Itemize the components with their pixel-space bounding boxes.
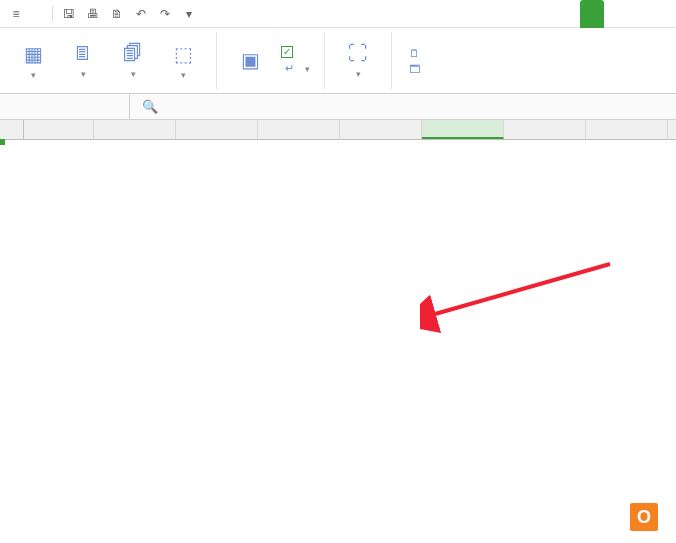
print-area-button[interactable]: ⬚ — [158, 40, 208, 82]
col-header-G[interactable] — [504, 120, 586, 139]
col-header-H[interactable] — [586, 120, 668, 139]
page-break-preview-button[interactable]: ▣ — [225, 46, 275, 76]
insert-break-icon: ↵ — [281, 62, 297, 75]
col-header-D[interactable] — [258, 120, 340, 139]
preview-icon[interactable]: 🗎 — [105, 2, 129, 26]
menu-icon[interactable]: ≡ — [4, 2, 28, 26]
ribbon: ▦ 🗏 🗐 ⬚ ▣ ✓ ↵ ▾ — [0, 28, 676, 94]
ribbon-group-page-setup: ▦ 🗏 🗐 ⬚ — [0, 32, 217, 89]
print-scaling-button[interactable]: ⛶ — [333, 40, 383, 81]
tab-home[interactable] — [532, 0, 556, 28]
print-scaling-icon: ⛶ — [348, 42, 368, 65]
print-icon[interactable]: 🖶 — [81, 2, 105, 26]
col-header-C[interactable] — [176, 120, 258, 139]
header-footer-icon: 🗔 — [406, 63, 422, 75]
save-icon[interactable]: 🖫 — [57, 2, 81, 26]
col-header-B[interactable] — [94, 120, 176, 139]
insert-page-break-button[interactable]: ↵ ▾ — [281, 62, 310, 75]
show-page-breaks-checkbox[interactable]: ✓ — [281, 46, 310, 58]
menubar: ≡ 🖫 🖶 🗎 ↶ ↷ ▾ — [0, 0, 676, 28]
ribbon-tabs — [532, 0, 676, 28]
tab-data[interactable] — [628, 0, 652, 28]
orientation-label — [81, 67, 86, 79]
tab-page-layout[interactable] — [580, 0, 604, 28]
size-icon: 🗐 — [123, 42, 143, 65]
spreadsheet-grid — [0, 120, 676, 140]
col-header-A[interactable] — [24, 120, 94, 139]
page-break-preview-icon: ▣ — [241, 48, 260, 72]
ribbon-group-print-options: 🗒 🗔 — [392, 32, 440, 89]
margins-label — [31, 68, 36, 80]
tab-insert[interactable] — [556, 0, 580, 28]
ribbon-sub-print-opts: 🗒 🗔 — [400, 47, 432, 75]
divider — [52, 6, 53, 22]
size-label — [131, 67, 136, 79]
orientation-icon: 🗏 — [73, 42, 93, 65]
file-menu[interactable] — [28, 0, 48, 28]
margins-icon: ▦ — [24, 42, 43, 66]
watermark-logo: O — [630, 503, 658, 531]
ribbon-sub-breaks: ✓ ↵ ▾ — [275, 46, 316, 75]
margins-button[interactable]: ▦ — [8, 40, 58, 82]
tab-formulas[interactable] — [604, 0, 628, 28]
formula-bar: 🔍 — [0, 94, 676, 120]
selection-indicator — [0, 140, 4, 144]
col-header-E[interactable] — [340, 120, 422, 139]
orientation-button[interactable]: 🗏 — [58, 40, 108, 81]
column-headers — [0, 120, 676, 140]
fx-area: 🔍 — [130, 99, 182, 114]
name-box[interactable] — [0, 94, 130, 119]
header-footer-button[interactable]: 🗔 — [406, 63, 426, 75]
undo-icon[interactable]: ↶ — [129, 2, 153, 26]
print-area-label — [181, 68, 186, 80]
print-scaling-label — [356, 67, 361, 79]
annotation-arrow — [420, 258, 620, 338]
select-all-corner[interactable] — [0, 120, 24, 139]
print-area-icon: ⬚ — [174, 42, 193, 66]
print-titles-icon: 🗒 — [406, 47, 422, 59]
search-icon[interactable]: 🔍 — [142, 99, 158, 114]
print-titles-button[interactable]: 🗒 — [406, 47, 426, 59]
watermark: O — [630, 503, 664, 531]
dropdown-icon[interactable]: ▾ — [177, 2, 201, 26]
ribbon-group-scale: ⛶ — [325, 32, 392, 89]
redo-icon[interactable]: ↷ — [153, 2, 177, 26]
svg-line-1 — [428, 264, 610, 316]
col-header-F[interactable] — [422, 120, 504, 139]
ribbon-group-page-break: ▣ ✓ ↵ ▾ — [217, 32, 325, 89]
tab-review[interactable] — [652, 0, 676, 28]
check-icon: ✓ — [281, 46, 293, 58]
size-button[interactable]: 🗐 — [108, 40, 158, 81]
